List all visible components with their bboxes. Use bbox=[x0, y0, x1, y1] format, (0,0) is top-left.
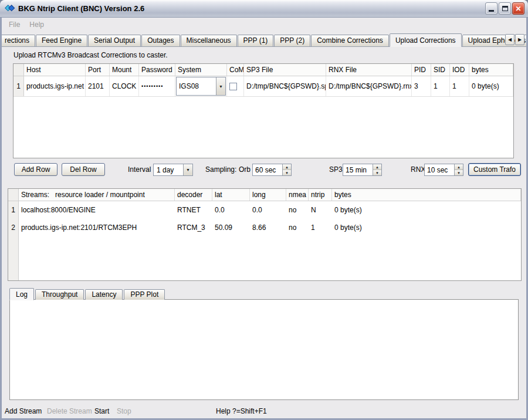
tab-ppp-plot[interactable]: PPP Plot bbox=[124, 289, 165, 300]
custom-trafo-button[interactable]: Custom Trafo bbox=[468, 163, 521, 176]
maximize-button[interactable] bbox=[499, 2, 511, 15]
tab-upload-corrections[interactable]: Upload Corrections bbox=[390, 33, 462, 47]
cell-mount[interactable]: CLOCK bbox=[110, 76, 139, 96]
streams-table-header: Streams: resource loader / mountpoint de… bbox=[8, 189, 521, 201]
tab-ppp-2[interactable]: PPP (2) bbox=[274, 35, 310, 46]
orb-spin-arrows: ▲ ▼ bbox=[282, 164, 291, 175]
close-button[interactable]: ✕ bbox=[512, 2, 524, 15]
menubar: File Help bbox=[2, 18, 526, 32]
del-row-button[interactable]: Del Row bbox=[62, 163, 105, 176]
streams-table-empty-area bbox=[8, 236, 521, 280]
stream-cell-long[interactable]: 0.0 bbox=[250, 201, 286, 219]
spin-down-icon[interactable]: ▼ bbox=[455, 170, 463, 175]
stream-cell-mountpoint[interactable]: localhost:8000/ENGINE bbox=[19, 201, 175, 219]
upload-caption: Upload RTCMv3 Broadcast Corrections to c… bbox=[13, 51, 168, 59]
stream-cell-decoder[interactable]: RTCM_3 bbox=[175, 219, 212, 236]
tab-outages[interactable]: Outages bbox=[141, 35, 180, 46]
orb-spinbox[interactable]: 60 sec ▲ ▼ bbox=[252, 164, 292, 176]
col-port: Port bbox=[86, 64, 110, 76]
stream-cell-nmea[interactable]: no bbox=[286, 201, 309, 219]
stream-cell-ntrip[interactable]: N bbox=[309, 201, 332, 219]
minimize-button[interactable] bbox=[485, 2, 497, 15]
menu-file[interactable]: File bbox=[4, 19, 25, 30]
table-row: 1 products.igs-ip.net 2101 CLOCK •••••••… bbox=[13, 76, 513, 97]
cell-port[interactable]: 2101 bbox=[86, 76, 110, 96]
spin-up-icon[interactable]: ▲ bbox=[455, 164, 463, 170]
tab-combine-corrections[interactable]: Combine Corrections bbox=[311, 35, 389, 46]
window-title: BKG Ntrip Client (BNC) Version 2.6 bbox=[18, 4, 485, 13]
tab-throughput[interactable]: Throughput bbox=[35, 289, 84, 300]
row-number: 2 bbox=[8, 219, 19, 236]
col-sp3-file: SP3 File bbox=[244, 64, 326, 76]
col-ntrip: ntrip bbox=[309, 189, 332, 201]
tab-ppp-1[interactable]: PPP (1) bbox=[238, 35, 274, 46]
stream-cell-ntrip[interactable]: 1 bbox=[309, 219, 332, 236]
statusbar: Add Stream Delete Stream Start Stop Help… bbox=[2, 405, 526, 418]
cell-iod[interactable]: 1 bbox=[450, 76, 469, 96]
sp3-spin-arrows: ▲ ▼ bbox=[373, 164, 381, 175]
sampling-label: Sampling: bbox=[205, 165, 236, 174]
stream-cell-lat[interactable]: 0.0 bbox=[212, 201, 250, 219]
upload-table-header: Host Port Mount Password System CoM SP3 … bbox=[13, 64, 513, 76]
col-pid: PID bbox=[412, 64, 431, 76]
stream-cell-long[interactable]: 8.66 bbox=[250, 219, 286, 236]
system-combobox[interactable]: IGS08 ▼ bbox=[176, 77, 226, 96]
add-row-button[interactable]: Add Row bbox=[14, 163, 57, 176]
app-icon bbox=[5, 4, 15, 14]
col-bytes: bytes bbox=[332, 189, 521, 201]
tab-scroll-right-icon[interactable]: ▶ bbox=[515, 34, 524, 45]
tab-miscellaneous[interactable]: Miscellaneous bbox=[181, 35, 237, 46]
orb-label: Orb bbox=[239, 165, 251, 174]
cell-host[interactable]: products.igs-ip.net bbox=[24, 76, 86, 96]
col-com: CoM bbox=[227, 64, 244, 76]
table-corner bbox=[13, 64, 24, 76]
start-button[interactable]: Start bbox=[94, 407, 109, 415]
col-decoder: decoder bbox=[175, 189, 212, 201]
tab-latency[interactable]: Latency bbox=[85, 289, 123, 300]
stream-cell-decoder[interactable]: RTNET bbox=[175, 201, 212, 219]
stream-row[interactable]: 1 localhost:8000/ENGINE RTNET 0.0 0.0 no… bbox=[8, 201, 521, 219]
spin-down-icon[interactable]: ▼ bbox=[283, 170, 291, 175]
tab-corrections[interactable]: rections bbox=[2, 35, 35, 46]
sp3-spinbox[interactable]: 15 min ▲ ▼ bbox=[343, 164, 382, 176]
chevron-down-icon[interactable]: ▼ bbox=[216, 77, 225, 95]
stream-cell-nmea[interactable]: no bbox=[286, 219, 309, 236]
col-mount: Mount bbox=[110, 64, 139, 76]
spin-up-icon[interactable]: ▲ bbox=[373, 164, 381, 170]
cell-bytes: 0 byte(s) bbox=[469, 76, 513, 96]
log-output-pane[interactable] bbox=[9, 299, 519, 400]
tab-serial-output[interactable]: Serial Output bbox=[88, 35, 141, 46]
col-rnx-file: RNX File bbox=[326, 64, 412, 76]
cell-com bbox=[227, 76, 244, 96]
stop-button[interactable]: Stop bbox=[117, 407, 131, 415]
delete-stream-button[interactable]: Delete Stream bbox=[47, 407, 92, 415]
cell-rnx-file[interactable]: D:/tmp/BNC${GPSWD}.rnx bbox=[326, 76, 412, 96]
titlebar[interactable]: BKG Ntrip Client (BNC) Version 2.6 ✕ bbox=[0, 0, 528, 18]
stream-cell-lat[interactable]: 50.09 bbox=[212, 219, 250, 236]
stream-cell-mountpoint[interactable]: products.igs-ip.net:2101/RTCM3EPH bbox=[19, 219, 175, 236]
tab-feed-engine[interactable]: Feed Engine bbox=[36, 35, 87, 46]
cell-sp3-file[interactable]: D:/tmp/BNC${GPSWD}.sp3 bbox=[244, 76, 326, 96]
spin-up-icon[interactable]: ▲ bbox=[283, 164, 291, 170]
sp3-label: SP3 bbox=[329, 165, 343, 174]
menu-help[interactable]: Help bbox=[25, 19, 49, 30]
rnx-label: RNX bbox=[411, 165, 425, 174]
tab-log[interactable]: Log bbox=[9, 288, 34, 300]
maximize-icon bbox=[502, 6, 508, 11]
stream-row[interactable]: 2 products.igs-ip.net:2101/RTCM3EPH RTCM… bbox=[8, 219, 521, 236]
rnx-spinbox[interactable]: 10 sec ▲ ▼ bbox=[424, 164, 463, 176]
add-stream-button[interactable]: Add Stream bbox=[5, 407, 42, 415]
tab-scroll-left-icon[interactable]: ◀ bbox=[505, 34, 515, 45]
col-nmea: nmea bbox=[286, 189, 309, 201]
client-area: File Help rections Feed Engine Serial Ou… bbox=[2, 18, 526, 418]
com-checkbox[interactable] bbox=[229, 83, 237, 90]
cell-sid[interactable]: 1 bbox=[431, 76, 450, 96]
cell-pid[interactable]: 3 bbox=[412, 76, 431, 96]
spin-down-icon[interactable]: ▼ bbox=[373, 170, 381, 175]
upload-controls: Add Row Del Row Interval 1 day ▼ Samplin… bbox=[2, 162, 526, 178]
sp3-value: 15 min bbox=[343, 164, 373, 175]
upload-table-empty-area bbox=[13, 97, 513, 158]
cell-password[interactable]: ••••••••• bbox=[139, 76, 175, 96]
interval-combobox[interactable]: 1 day ▼ bbox=[153, 164, 193, 176]
chevron-down-icon[interactable]: ▼ bbox=[183, 164, 192, 175]
